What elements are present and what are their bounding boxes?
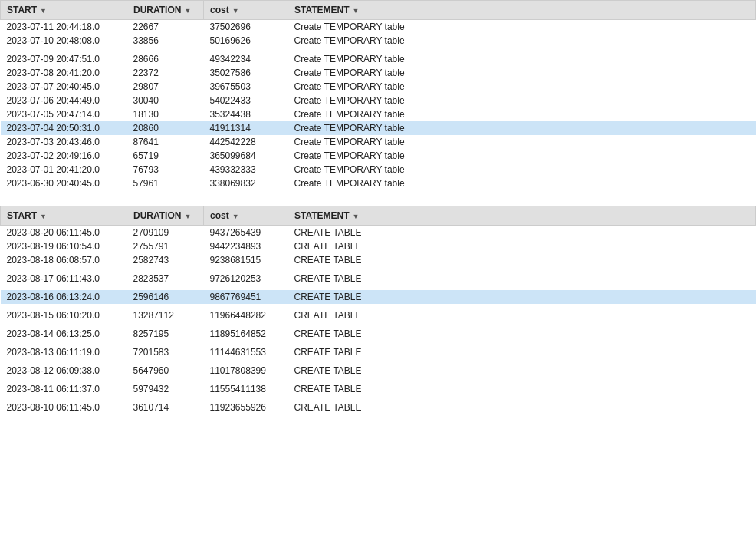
cell-statement: Create TEMPORARY table bbox=[288, 94, 756, 107]
cell-cost: 9437265439 bbox=[204, 226, 288, 240]
cell-duration: 76793 bbox=[127, 163, 204, 177]
cell-duration: 5647960 bbox=[127, 364, 204, 378]
table-row: 2023-07-10 20:48:08.03385650169626Create… bbox=[1, 34, 756, 48]
cell-start: 2023-08-20 06:11:45.0 bbox=[1, 226, 127, 240]
cell-cost: 439332333 bbox=[204, 163, 288, 177]
data-table-1: START▼DURATION▼cost▼STATEMENT▼2023-07-11… bbox=[0, 0, 756, 190]
cell-cost: 365099684 bbox=[204, 149, 288, 163]
cell-statement: Create TEMPORARY table bbox=[288, 20, 756, 35]
main-container: START▼DURATION▼cost▼STATEMENT▼2023-07-11… bbox=[0, 0, 756, 414]
cell-cost: 11144631553 bbox=[204, 345, 288, 359]
cell-start: 2023-08-14 06:13:25.0 bbox=[1, 327, 127, 341]
data-table-2: START▼DURATION▼cost▼STATEMENT▼2023-08-20… bbox=[0, 206, 756, 414]
cell-statement: CREATE TABLE bbox=[288, 308, 756, 322]
cell-statement: CREATE TABLE bbox=[288, 226, 756, 240]
cell-cost: 11895164852 bbox=[204, 327, 288, 341]
cell-cost: 50169626 bbox=[204, 34, 288, 48]
cell-cost: 41911314 bbox=[204, 121, 288, 135]
cell-start: 2023-07-01 20:41:20.0 bbox=[1, 163, 127, 177]
cell-statement: CREATE TABLE bbox=[288, 327, 756, 341]
table-row: 2023-07-06 20:44:49.03004054022433Create… bbox=[1, 94, 756, 107]
cell-duration: 57961 bbox=[127, 177, 204, 190]
cell-duration: 3610714 bbox=[127, 401, 204, 414]
cell-cost: 9442234893 bbox=[204, 239, 288, 253]
cell-duration: 7201583 bbox=[127, 345, 204, 359]
cell-cost: 39675503 bbox=[204, 80, 288, 94]
sort-icon: ▼ bbox=[184, 7, 191, 15]
col-header-statement[interactable]: STATEMENT▼ bbox=[288, 1, 756, 20]
col-header-duration[interactable]: DURATION▼ bbox=[127, 1, 204, 20]
table-row: 2023-08-12 06:09:38.0564796011017808399C… bbox=[1, 364, 756, 378]
table-row: 2023-08-19 06:10:54.027557919442234893CR… bbox=[1, 239, 756, 253]
cell-start: 2023-08-17 06:11:43.0 bbox=[1, 272, 127, 285]
cell-start: 2023-06-30 20:40:45.0 bbox=[1, 177, 127, 190]
cell-statement: Create TEMPORARY table bbox=[288, 177, 756, 190]
cell-duration: 22372 bbox=[127, 66, 204, 80]
cell-statement: Create TEMPORARY table bbox=[288, 163, 756, 177]
cell-duration: 2823537 bbox=[127, 272, 204, 285]
cell-cost: 442542228 bbox=[204, 135, 288, 149]
sort-icon: ▼ bbox=[40, 213, 47, 220]
table-row: 2023-08-14 06:13:25.0825719511895164852C… bbox=[1, 327, 756, 341]
cell-duration: 5979432 bbox=[127, 382, 204, 396]
cell-duration: 8257195 bbox=[127, 327, 204, 341]
cell-start: 2023-08-11 06:11:37.0 bbox=[1, 382, 127, 396]
table-row: 2023-07-02 20:49:16.065719365099684Creat… bbox=[1, 149, 756, 163]
cell-cost: 11923655926 bbox=[204, 401, 288, 414]
cell-statement: CREATE TABLE bbox=[288, 345, 756, 359]
cell-start: 2023-07-08 20:41:20.0 bbox=[1, 66, 127, 80]
col-header-statement[interactable]: STATEMENT▼ bbox=[288, 206, 756, 226]
table-row: 2023-08-16 06:13:24.025961469867769451CR… bbox=[1, 290, 756, 304]
sort-icon: ▼ bbox=[184, 213, 191, 220]
table-row: 2023-07-11 20:44:18.02266737502696Create… bbox=[1, 20, 756, 35]
section-gap bbox=[0, 190, 756, 206]
cell-cost: 9867769451 bbox=[204, 290, 288, 304]
sort-icon: ▼ bbox=[40, 7, 47, 15]
cell-cost: 35027586 bbox=[204, 66, 288, 80]
col-header-start[interactable]: START▼ bbox=[1, 1, 127, 20]
cell-statement: CREATE TABLE bbox=[288, 364, 756, 378]
cell-duration: 13287112 bbox=[127, 308, 204, 322]
cell-duration: 20860 bbox=[127, 121, 204, 135]
cell-statement: Create TEMPORARY table bbox=[288, 135, 756, 149]
col-header-cost[interactable]: cost▼ bbox=[204, 1, 288, 20]
cell-duration: 2582743 bbox=[127, 253, 204, 267]
cell-cost: 49342234 bbox=[204, 52, 288, 66]
cell-start: 2023-07-04 20:50:31.0 bbox=[1, 121, 127, 135]
sort-icon: ▼ bbox=[353, 7, 360, 15]
cell-start: 2023-08-19 06:10:54.0 bbox=[1, 239, 127, 253]
cell-start: 2023-07-09 20:47:51.0 bbox=[1, 52, 127, 66]
cell-start: 2023-08-12 06:09:38.0 bbox=[1, 364, 127, 378]
cell-statement: Create TEMPORARY table bbox=[288, 107, 756, 121]
col-header-cost[interactable]: cost▼ bbox=[204, 206, 288, 226]
cell-statement: Create TEMPORARY table bbox=[288, 149, 756, 163]
cell-start: 2023-07-02 20:49:16.0 bbox=[1, 149, 127, 163]
cell-cost: 37502696 bbox=[204, 20, 288, 35]
cell-start: 2023-07-05 20:47:14.0 bbox=[1, 107, 127, 121]
cell-duration: 2755791 bbox=[127, 239, 204, 253]
cell-statement: Create TEMPORARY table bbox=[288, 80, 756, 94]
cell-statement: CREATE TABLE bbox=[288, 382, 756, 396]
cell-statement: CREATE TABLE bbox=[288, 290, 756, 304]
cell-start: 2023-07-11 20:44:18.0 bbox=[1, 20, 127, 35]
col-header-duration[interactable]: DURATION▼ bbox=[127, 206, 204, 226]
cell-cost: 35324438 bbox=[204, 107, 288, 121]
col-header-start[interactable]: START▼ bbox=[1, 206, 127, 226]
table-row: 2023-08-17 06:11:43.028235379726120253CR… bbox=[1, 272, 756, 285]
table-row: 2023-08-13 06:11:19.0720158311144631553C… bbox=[1, 345, 756, 359]
sort-icon: ▼ bbox=[232, 213, 239, 220]
cell-duration: 22667 bbox=[127, 20, 204, 35]
cell-start: 2023-07-10 20:48:08.0 bbox=[1, 34, 127, 48]
cell-duration: 33856 bbox=[127, 34, 204, 48]
cell-statement: Create TEMPORARY table bbox=[288, 121, 756, 135]
cell-cost: 9238681515 bbox=[204, 253, 288, 267]
cell-cost: 11966448282 bbox=[204, 308, 288, 322]
cell-duration: 87641 bbox=[127, 135, 204, 149]
cell-duration: 30040 bbox=[127, 94, 204, 107]
cell-start: 2023-08-16 06:13:24.0 bbox=[1, 290, 127, 304]
table-row: 2023-08-18 06:08:57.025827439238681515CR… bbox=[1, 253, 756, 267]
table-row: 2023-07-08 20:41:20.02237235027586Create… bbox=[1, 66, 756, 80]
cell-cost: 9726120253 bbox=[204, 272, 288, 285]
cell-statement: Create TEMPORARY table bbox=[288, 34, 756, 48]
cell-duration: 28666 bbox=[127, 52, 204, 66]
